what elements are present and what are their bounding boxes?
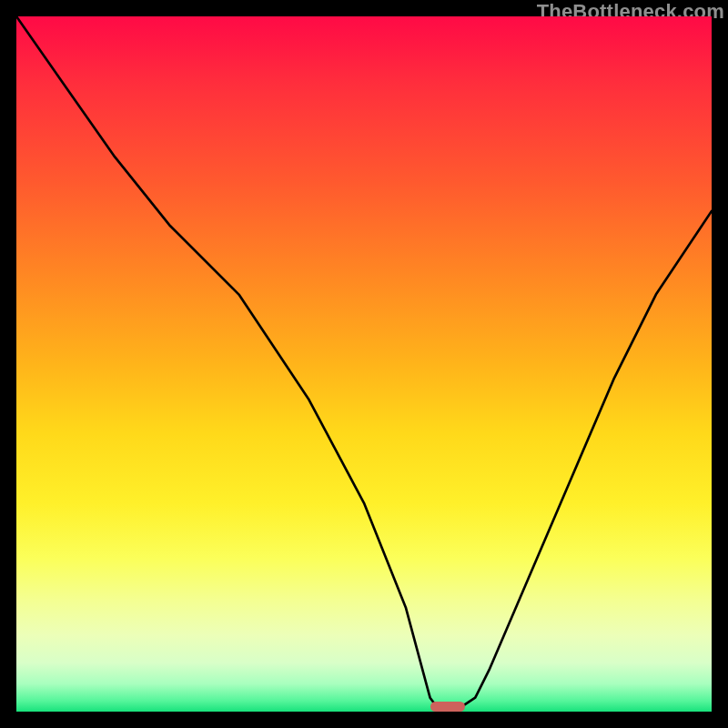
chart-container: TheBottleneck.com bbox=[0, 0, 728, 728]
optimal-marker bbox=[430, 702, 465, 712]
plot-area bbox=[16, 16, 712, 712]
curve-svg bbox=[16, 16, 712, 712]
bottleneck-curve bbox=[16, 16, 712, 712]
